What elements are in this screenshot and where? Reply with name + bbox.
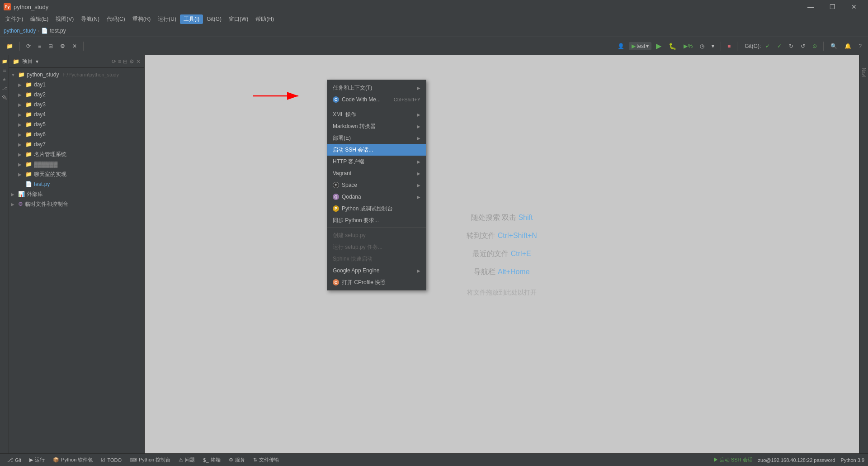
tree-day4[interactable]: ▶ 📁 day4 xyxy=(9,109,144,119)
tree-day5[interactable]: ▶ 📁 day5 xyxy=(9,119,144,129)
toolbar-user-btn[interactable]: 👤 xyxy=(615,40,627,52)
menu-http-client[interactable]: HTTP 客户端 ▶ xyxy=(327,156,426,167)
more-run-btn[interactable]: ▾ xyxy=(709,40,717,52)
menu-edit[interactable]: 编辑(E) xyxy=(27,14,52,24)
run-button[interactable]: ▶ xyxy=(653,40,664,52)
bottom-tab-services[interactable]: ⚙ 服务 xyxy=(225,455,249,465)
toolbar-settings-btn[interactable]: ⚙ xyxy=(57,40,68,52)
menu-navigate[interactable]: 导航(N) xyxy=(77,14,103,24)
cprofile-label: 打开 CProfile 快照 xyxy=(342,279,386,286)
menu-space[interactable]: ✦ Space ▶ xyxy=(327,179,426,191)
space-icon: ✦ xyxy=(333,182,339,188)
menu-window[interactable]: 窗口(W) xyxy=(225,14,252,24)
app-engine-arrow: ▶ xyxy=(417,268,420,273)
bottom-tab-problems[interactable]: ⚠ 问题 xyxy=(175,455,198,465)
stop-btn[interactable]: ■ xyxy=(725,40,733,52)
git-revert-btn[interactable]: ↺ xyxy=(798,40,808,52)
folder-icon-day4: 📁 xyxy=(25,111,32,118)
tree-root[interactable]: ▼ 📁 python_study F:\Pycharm\python_study xyxy=(9,70,144,80)
search-button[interactable]: 🔍 xyxy=(827,40,840,52)
bottom-tab-transfer[interactable]: ⇅ 文件传输 xyxy=(250,455,283,465)
panel-sync-icon[interactable]: ⟳ xyxy=(112,58,116,65)
menu-cprofile[interactable]: C 打开 CProfile 快照 xyxy=(327,276,426,288)
panel-sort-icon[interactable]: ≡ xyxy=(118,58,121,65)
toolbar-close-panel-btn[interactable]: ✕ xyxy=(70,40,80,52)
tree-day2[interactable]: ▶ 📁 day2 xyxy=(9,90,144,100)
toolbar-project-btn[interactable]: 📁 xyxy=(4,40,16,52)
profile-btn[interactable]: ◷ xyxy=(697,40,707,52)
bottom-tab-git[interactable]: ⎇ Git xyxy=(4,455,25,465)
git-commit-btn[interactable]: ✓ xyxy=(763,40,773,52)
close-button[interactable]: ✕ xyxy=(844,0,864,14)
xml-arrow: ▶ xyxy=(417,112,420,117)
folder-icon-day6: 📁 xyxy=(25,131,32,138)
bottom-tab-terminal[interactable]: $_ 终端 xyxy=(199,455,224,465)
notifications-btn[interactable]: 🔔 xyxy=(842,40,854,52)
menu-deploy[interactable]: 部署(E) ▶ xyxy=(327,132,426,144)
git-history-btn[interactable]: ⊙ xyxy=(810,40,820,52)
menu-task-context[interactable]: 任务和上下文(T) ▶ xyxy=(327,82,426,94)
left-sidebar: 📁 ≣ ★ ⎇ 🔌 xyxy=(0,55,9,453)
bottom-tab-run[interactable]: ▶ 运行 xyxy=(26,455,48,465)
toolbar-filter-btn[interactable]: ⊟ xyxy=(46,40,56,52)
minimize-button[interactable]: — xyxy=(800,0,821,14)
sidebar-icon-plugins[interactable]: 🔌 xyxy=(0,93,9,101)
folder-icon-day1: 📁 xyxy=(25,81,32,88)
bottom-tab-todo[interactable]: ☑ TODO xyxy=(97,455,125,465)
menu-git[interactable]: Git(G) xyxy=(203,15,225,23)
tree-temp[interactable]: ▶ ⚙ 临时文件和控制台 xyxy=(9,199,144,209)
tree-testpy[interactable]: 📄 test.py xyxy=(9,179,144,189)
menu-app-engine[interactable]: Google App Engine ▶ xyxy=(327,265,426,276)
menu-qodana[interactable]: Q Qodana ▶ xyxy=(327,191,426,203)
bottom-tab-packages[interactable]: 📦 Python 软件包 xyxy=(49,455,96,465)
menu-sync-python[interactable]: 同步 Python 要求... xyxy=(327,214,426,226)
maximize-button[interactable]: ❐ xyxy=(822,0,843,14)
project-title-arrow[interactable]: ▾ xyxy=(36,58,38,65)
menu-code-with-me[interactable]: C Code With Me... Ctrl+Shift+Y xyxy=(327,94,426,105)
panel-settings-icon[interactable]: ⚙ xyxy=(129,58,134,65)
menu-markdown[interactable]: Markdown 转换器 ▶ xyxy=(327,120,426,132)
menu-view[interactable]: 视图(V) xyxy=(52,14,77,24)
debug-button[interactable]: 🐛 xyxy=(666,40,679,52)
toolbar-sort-btn[interactable]: ≡ xyxy=(35,40,44,52)
tree-day6[interactable]: ▶ 📁 day6 xyxy=(9,129,144,139)
sidebar-icon-project[interactable]: 📁 xyxy=(0,57,9,65)
menu-help[interactable]: 帮助(H) xyxy=(252,14,278,24)
tree-chat[interactable]: ▶ 📁 聊天室的实现 xyxy=(9,169,144,179)
tree-day7[interactable]: ▶ 📁 day7 xyxy=(9,139,144,149)
menu-run[interactable]: 运行(U) xyxy=(154,14,180,24)
menu-refactor[interactable]: 重构(R) xyxy=(129,14,155,24)
help-btn[interactable]: ? xyxy=(856,40,864,52)
bottom-tab-console[interactable]: ⌨ Python 控制台 xyxy=(126,455,174,465)
menu-run-setup: 运行 setup.py 任务... xyxy=(327,241,426,253)
breadcrumb-root[interactable]: python_study xyxy=(4,28,36,34)
git-push-btn[interactable]: ✓ xyxy=(774,40,784,52)
tree-contacts[interactable]: ▶ 📁 名片管理系统 xyxy=(9,149,144,159)
sidebar-icon-git[interactable]: ⎇ xyxy=(0,84,9,92)
status-message: ▶ 启动 SSH 会话 xyxy=(713,456,753,463)
tree-day1[interactable]: ▶ 📁 day1 xyxy=(9,80,144,90)
arrow-day7: ▶ xyxy=(18,142,24,147)
tree-blurred-folder[interactable]: ▶ 📁 ▓▓▓▓▓▓ xyxy=(9,159,144,169)
tree-external-lib[interactable]: ▶ 📊 外部库 xyxy=(9,189,144,199)
folder-icon-blurred: 📁 xyxy=(25,161,32,167)
run-setup-label: 运行 setup.py 任务... xyxy=(333,243,382,251)
menu-python-console[interactable]: P Python 或调试控制台 xyxy=(327,203,426,214)
run-with-coverage-btn[interactable]: ▶% xyxy=(681,40,695,52)
menu-code[interactable]: 代码(C) xyxy=(103,14,129,24)
menu-vagrant[interactable]: Vagrant ▶ xyxy=(327,167,426,179)
sidebar-icon-bookmarks[interactable]: ★ xyxy=(0,75,9,83)
menu-file[interactable]: 文件(F) xyxy=(2,14,27,24)
menu-xml-ops[interactable]: XML 操作 ▶ xyxy=(327,109,426,120)
run-config-selector[interactable]: ▶ test ▾ xyxy=(629,42,651,50)
terminal-tab-icon: $_ xyxy=(203,457,208,463)
menu-ssh-session[interactable]: 启动 SSH 会话... xyxy=(327,144,426,156)
panel-close-icon[interactable]: ✕ xyxy=(136,58,141,65)
panel-filter-icon[interactable]: ⊟ xyxy=(123,58,127,65)
sidebar-icon-structure[interactable]: ≣ xyxy=(0,66,9,74)
right-sidebar-icon-1[interactable]: Navi xyxy=(860,59,868,86)
tree-day3[interactable]: ▶ 📁 day3 xyxy=(9,100,144,109)
menu-tools[interactable]: 工具(I) xyxy=(180,14,203,24)
git-update-btn[interactable]: ↻ xyxy=(786,40,796,52)
toolbar-sync-btn[interactable]: ⟳ xyxy=(24,40,33,52)
